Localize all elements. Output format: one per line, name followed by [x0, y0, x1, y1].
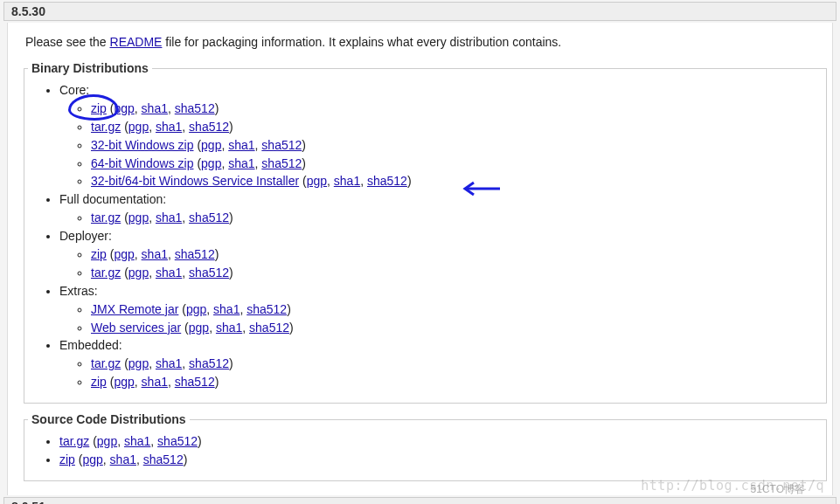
sig-link[interactable]: sha1 [110, 452, 136, 466]
dl-link[interactable]: zip [91, 375, 107, 389]
list-item: tar.gz (pgp, sha1, sha512) [91, 210, 823, 226]
readme-link[interactable]: README [110, 35, 163, 49]
sig-link[interactable]: sha1 [228, 138, 254, 152]
sig-link[interactable]: pgp [201, 138, 221, 152]
version-header-top: 8.5.30 [3, 2, 837, 21]
group-embedded: Embedded: tar.gz (pgp, sha1, sha512) zip… [59, 337, 823, 390]
binary-list: Core: zip (pgp, sha1, sha512) tar.gz (pg… [44, 82, 823, 390]
group-label-deployer: Deployer: [59, 229, 112, 243]
list-item: tar.gz (pgp, sha1, sha512) [91, 265, 823, 281]
group-core: Core: zip (pgp, sha1, sha512) tar.gz (pg… [59, 82, 823, 190]
intro-paragraph: Please see the README file for packaging… [25, 35, 827, 49]
sig-link[interactable]: sha512 [249, 321, 289, 335]
sig-link[interactable]: sha512 [143, 452, 184, 466]
sig-link[interactable]: sha1 [216, 321, 242, 335]
source-distributions-fieldset: Source Code Distributions tar.gz (pgp, s… [24, 412, 827, 481]
sig-link[interactable]: pgp [189, 321, 209, 335]
dl-link[interactable]: Web services jar [91, 321, 181, 335]
sig-link[interactable]: pgp [128, 356, 149, 370]
sig-link[interactable]: sha512 [261, 156, 302, 170]
watermark-badge: 51CTO博客 [751, 482, 805, 497]
binary-distributions-fieldset: Binary Distributions Core: zip (pgp, sha… [24, 61, 827, 404]
dl-link[interactable]: 32-bit/64-bit Windows Service Installer [91, 174, 299, 188]
sig-link[interactable]: sha512 [175, 101, 215, 115]
sig-link[interactable]: sha1 [213, 302, 240, 316]
dl-link[interactable]: tar.gz [59, 434, 89, 448]
list-item: zip (pgp, sha1, sha512) [59, 452, 823, 468]
list-item: tar.gz (pgp, sha1, sha512) [91, 356, 823, 372]
dl-link[interactable]: tar.gz [91, 120, 121, 134]
list-item: JMX Remote jar (pgp, sha1, sha512) [91, 301, 823, 318]
sig-link[interactable]: sha512 [367, 174, 407, 188]
sig-link[interactable]: sha512 [189, 266, 229, 280]
sig-link[interactable]: sha512 [189, 120, 229, 134]
sig-link[interactable]: pgp [114, 375, 134, 389]
sig-link[interactable]: pgp [307, 174, 327, 188]
sig-link[interactable]: pgp [114, 101, 134, 115]
dl-link[interactable]: zip [91, 101, 107, 115]
sig-link[interactable]: sha1 [142, 101, 168, 115]
sig-link[interactable]: sha1 [228, 156, 254, 170]
dl-link[interactable]: tar.gz [91, 211, 121, 224]
list-item: 64-bit Windows zip (pgp, sha1, sha512) [91, 155, 823, 172]
list-item: zip (pgp, sha1, sha512) [91, 100, 823, 117]
intro-prefix: Please see the [25, 35, 110, 49]
list-item: zip (pgp, sha1, sha512) [91, 374, 823, 390]
group-extras: Extras: JMX Remote jar (pgp, sha1, sha51… [59, 283, 823, 336]
sig-link[interactable]: sha512 [189, 211, 229, 224]
group-deployer: Deployer: zip (pgp, sha1, sha512) tar.gz… [59, 228, 823, 281]
sig-link[interactable]: pgp [128, 120, 149, 134]
sig-link[interactable]: sha512 [246, 302, 287, 316]
sig-link[interactable]: pgp [82, 452, 102, 466]
sig-link[interactable]: pgp [97, 434, 117, 448]
sig-link[interactable]: sha1 [142, 247, 168, 261]
sig-link[interactable]: sha512 [261, 138, 302, 152]
source-list: tar.gz (pgp, sha1, sha512) zip (pgp, sha… [44, 433, 823, 468]
content-pane: Please see the README file for packaging… [7, 23, 833, 495]
sig-link[interactable]: sha1 [156, 266, 182, 280]
list-item: zip (pgp, sha1, sha512) [91, 246, 823, 263]
sig-link[interactable]: sha1 [156, 120, 182, 134]
sig-link[interactable]: sha1 [142, 375, 168, 389]
sig-link[interactable]: sha1 [124, 434, 150, 448]
binary-legend: Binary Distributions [28, 61, 152, 75]
version-header-bottom: 8.0.51 [3, 497, 837, 504]
dl-link[interactable]: 64-bit Windows zip [91, 156, 194, 170]
sig-link[interactable]: sha512 [175, 247, 215, 261]
intro-suffix: file for packaging information. It expla… [162, 35, 561, 49]
group-label-core: Core: [59, 83, 89, 97]
sig-link[interactable]: pgp [186, 302, 206, 316]
sig-link[interactable]: pgp [201, 156, 221, 170]
group-label-extras: Extras: [59, 284, 98, 298]
sig-link[interactable]: sha1 [156, 356, 182, 370]
list-item: tar.gz (pgp, sha1, sha512) [59, 433, 823, 450]
dl-link[interactable]: tar.gz [91, 266, 121, 280]
list-item: 32-bit Windows zip (pgp, sha1, sha512) [91, 137, 823, 154]
dl-link[interactable]: tar.gz [91, 356, 121, 370]
sig-link[interactable]: sha1 [334, 174, 360, 188]
group-label-fulldoc: Full documentation: [59, 192, 166, 206]
group-label-embedded: Embedded: [59, 338, 122, 352]
sig-link[interactable]: sha1 [156, 211, 182, 224]
group-fulldoc: Full documentation: tar.gz (pgp, sha1, s… [59, 191, 823, 226]
sig-link[interactable]: pgp [128, 266, 149, 280]
sig-link[interactable]: pgp [128, 211, 149, 224]
dl-link[interactable]: zip [59, 452, 75, 466]
list-item: 32-bit/64-bit Windows Service Installer … [91, 173, 823, 190]
sig-link[interactable]: sha512 [175, 375, 215, 389]
source-legend: Source Code Distributions [28, 412, 190, 426]
sig-link[interactable]: pgp [114, 247, 134, 261]
sig-link[interactable]: sha512 [157, 434, 198, 448]
sig-link[interactable]: sha512 [189, 356, 229, 370]
list-item: Web services jar (pgp, sha1, sha512) [91, 320, 823, 336]
dl-link[interactable]: JMX Remote jar [91, 302, 178, 316]
dl-link[interactable]: 32-bit Windows zip [91, 138, 194, 152]
list-item: tar.gz (pgp, sha1, sha512) [91, 119, 823, 135]
dl-link[interactable]: zip [91, 247, 107, 261]
